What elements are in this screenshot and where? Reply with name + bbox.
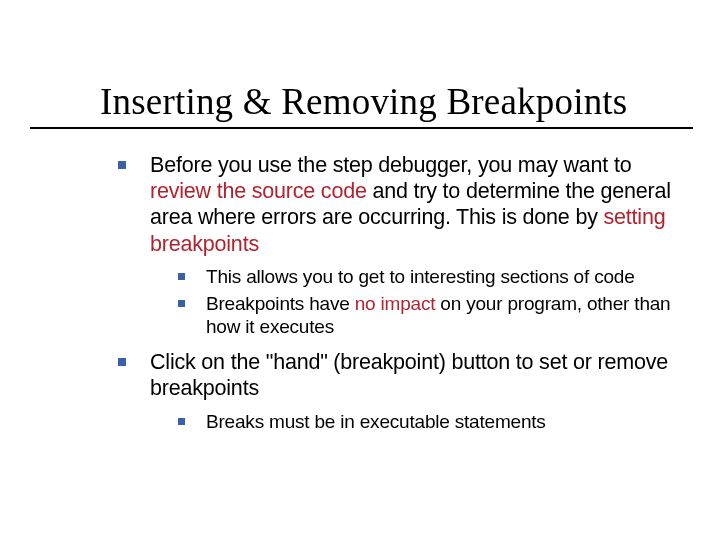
slide-body: Before you use the step debugger, you ma… [118,152,678,443]
title-underline [30,127,693,129]
list-item: This allows you to get to interesting se… [178,265,678,289]
accent-text: no impact [355,293,436,314]
text-run: Click on the "hand" (breakpoint) button … [150,350,668,400]
bullet-list-level-1: Before you use the step debugger, you ma… [118,152,678,433]
list-item: Breaks must be in executable statements [178,410,678,434]
slide-title: Inserting & Removing Breakpoints [100,80,627,123]
list-item: Before you use the step debugger, you ma… [118,152,678,339]
accent-text: review the source code [150,179,367,203]
list-item: Click on the "hand" (breakpoint) button … [118,349,678,433]
text-run: Breakpoints have [206,293,355,314]
bullet-list-level-2: This allows you to get to interesting se… [150,265,678,339]
slide: Inserting & Removing Breakpoints Before … [0,0,720,540]
list-item: Breakpoints have no impact on your progr… [178,292,678,340]
bullet-list-level-2: Breaks must be in executable statements [150,410,678,434]
text-run: Before you use the step debugger, you ma… [150,153,631,177]
